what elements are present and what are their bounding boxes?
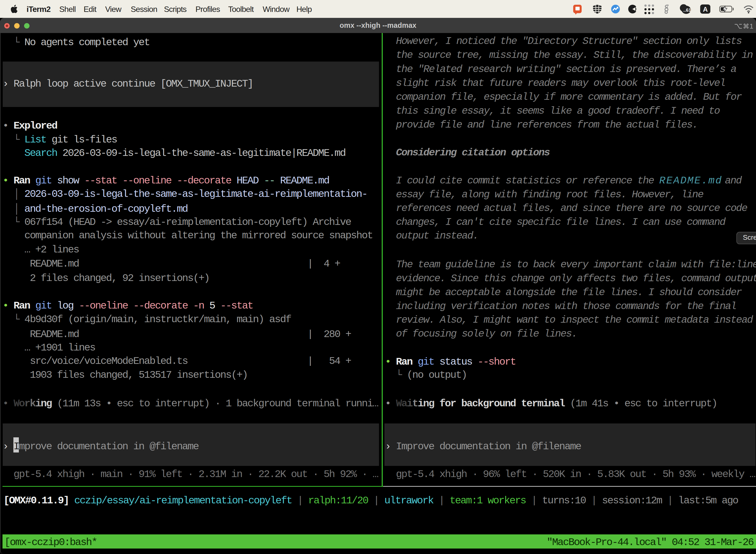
svg-text:1: 1: [750, 22, 753, 30]
